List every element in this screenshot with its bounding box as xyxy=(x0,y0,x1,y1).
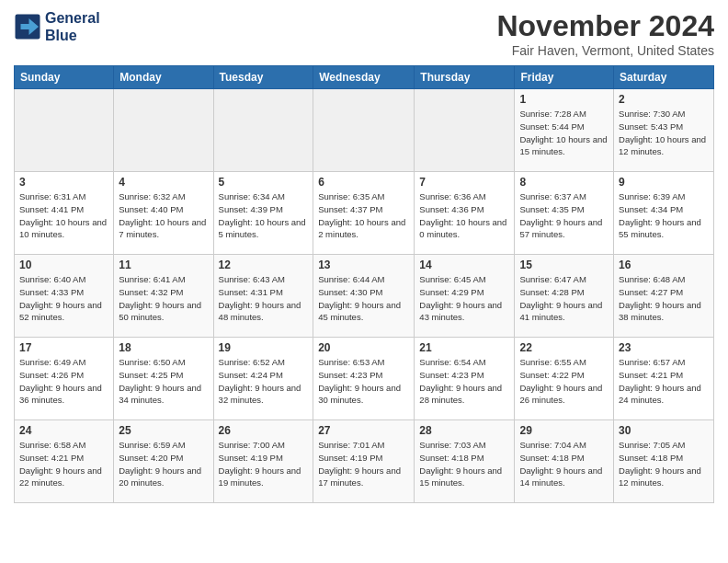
day-number: 13 xyxy=(318,259,409,271)
calendar-cell: 25Sunrise: 6:59 AM Sunset: 4:20 PM Dayli… xyxy=(114,420,213,503)
day-number: 5 xyxy=(219,176,309,189)
day-number: 6 xyxy=(318,176,409,189)
day-info: Sunrise: 6:41 AM Sunset: 4:32 PM Dayligh… xyxy=(119,273,208,324)
day-info: Sunrise: 6:57 AM Sunset: 4:21 PM Dayligh… xyxy=(619,356,709,407)
calendar-cell: 2Sunrise: 7:30 AM Sunset: 5:43 PM Daylig… xyxy=(614,89,714,172)
day-number: 27 xyxy=(318,424,409,437)
calendar-cell: 5Sunrise: 6:34 AM Sunset: 4:39 PM Daylig… xyxy=(213,172,313,255)
day-number: 8 xyxy=(519,176,609,189)
calendar-week-3: 10Sunrise: 6:40 AM Sunset: 4:33 PM Dayli… xyxy=(15,255,714,338)
logo: General Blue xyxy=(14,9,100,44)
calendar-cell: 18Sunrise: 6:50 AM Sunset: 4:25 PM Dayli… xyxy=(114,338,213,420)
day-info: Sunrise: 7:30 AM Sunset: 5:43 PM Dayligh… xyxy=(619,108,709,158)
calendar-cell: 21Sunrise: 6:54 AM Sunset: 4:23 PM Dayli… xyxy=(415,338,515,420)
day-info: Sunrise: 7:05 AM Sunset: 4:18 PM Dayligh… xyxy=(619,439,709,489)
day-number: 1 xyxy=(519,93,609,106)
day-info: Sunrise: 6:35 AM Sunset: 4:37 PM Dayligh… xyxy=(318,190,409,241)
day-number: 16 xyxy=(619,259,709,271)
header: General Blue November 2024 Fair Haven, V… xyxy=(14,9,714,58)
calendar-header: Sunday Monday Tuesday Wednesday Thursday… xyxy=(15,66,714,89)
day-info: Sunrise: 6:40 AM Sunset: 4:33 PM Dayligh… xyxy=(19,273,108,324)
day-number: 19 xyxy=(219,341,309,354)
calendar-cell: 6Sunrise: 6:35 AM Sunset: 4:37 PM Daylig… xyxy=(313,172,415,255)
day-number: 30 xyxy=(619,424,709,437)
calendar-cell xyxy=(114,89,213,172)
day-number: 14 xyxy=(419,259,509,271)
day-number: 23 xyxy=(619,341,709,354)
calendar-cell: 20Sunrise: 6:53 AM Sunset: 4:23 PM Dayli… xyxy=(313,338,415,420)
day-number: 11 xyxy=(119,259,208,271)
day-info: Sunrise: 6:43 AM Sunset: 4:31 PM Dayligh… xyxy=(219,273,309,324)
day-number: 28 xyxy=(419,424,509,437)
calendar-cell: 3Sunrise: 6:31 AM Sunset: 4:41 PM Daylig… xyxy=(15,172,114,255)
col-saturday: Saturday xyxy=(614,66,714,89)
calendar-cell: 15Sunrise: 6:47 AM Sunset: 4:28 PM Dayli… xyxy=(515,255,614,338)
calendar-cell: 8Sunrise: 6:37 AM Sunset: 4:35 PM Daylig… xyxy=(515,172,614,255)
col-monday: Monday xyxy=(114,66,213,89)
col-thursday: Thursday xyxy=(415,66,515,89)
calendar-cell xyxy=(313,89,415,172)
day-number: 7 xyxy=(419,176,509,189)
calendar-week-1: 1Sunrise: 7:28 AM Sunset: 5:44 PM Daylig… xyxy=(15,89,714,172)
calendar-cell: 19Sunrise: 6:52 AM Sunset: 4:24 PM Dayli… xyxy=(213,338,313,420)
day-info: Sunrise: 6:58 AM Sunset: 4:21 PM Dayligh… xyxy=(19,439,108,489)
day-number: 24 xyxy=(19,424,108,437)
logo-text: General Blue xyxy=(45,9,100,44)
day-info: Sunrise: 7:03 AM Sunset: 4:18 PM Dayligh… xyxy=(419,439,509,489)
day-info: Sunrise: 6:48 AM Sunset: 4:27 PM Dayligh… xyxy=(619,273,709,324)
calendar-cell: 28Sunrise: 7:03 AM Sunset: 4:18 PM Dayli… xyxy=(415,420,515,503)
calendar-cell: 11Sunrise: 6:41 AM Sunset: 4:32 PM Dayli… xyxy=(114,255,213,338)
day-number: 9 xyxy=(619,176,709,189)
day-info: Sunrise: 6:31 AM Sunset: 4:41 PM Dayligh… xyxy=(19,190,108,241)
calendar-cell: 23Sunrise: 6:57 AM Sunset: 4:21 PM Dayli… xyxy=(614,338,714,420)
calendar-cell: 10Sunrise: 6:40 AM Sunset: 4:33 PM Dayli… xyxy=(15,255,114,338)
day-info: Sunrise: 7:00 AM Sunset: 4:19 PM Dayligh… xyxy=(219,439,309,489)
calendar-week-5: 24Sunrise: 6:58 AM Sunset: 4:21 PM Dayli… xyxy=(15,420,714,503)
day-number: 26 xyxy=(219,424,309,437)
day-number: 22 xyxy=(519,341,609,354)
day-number: 18 xyxy=(119,341,208,354)
calendar-table: Sunday Monday Tuesday Wednesday Thursday… xyxy=(14,65,714,503)
day-number: 17 xyxy=(19,341,108,354)
day-info: Sunrise: 6:54 AM Sunset: 4:23 PM Dayligh… xyxy=(419,356,509,407)
logo-icon xyxy=(14,13,41,40)
day-info: Sunrise: 6:53 AM Sunset: 4:23 PM Dayligh… xyxy=(318,356,409,407)
day-info: Sunrise: 6:37 AM Sunset: 4:35 PM Dayligh… xyxy=(519,190,609,241)
day-number: 21 xyxy=(419,341,509,354)
page: General Blue November 2024 Fair Haven, V… xyxy=(0,0,728,563)
calendar-cell: 9Sunrise: 6:39 AM Sunset: 4:34 PM Daylig… xyxy=(614,172,714,255)
col-friday: Friday xyxy=(515,66,614,89)
title-section: November 2024 Fair Haven, Vermont, Unite… xyxy=(496,9,714,58)
day-info: Sunrise: 6:49 AM Sunset: 4:26 PM Dayligh… xyxy=(19,356,108,407)
calendar-cell: 29Sunrise: 7:04 AM Sunset: 4:18 PM Dayli… xyxy=(515,420,614,503)
calendar-body: 1Sunrise: 7:28 AM Sunset: 5:44 PM Daylig… xyxy=(15,89,714,503)
day-number: 4 xyxy=(119,176,208,189)
day-number: 20 xyxy=(318,341,409,354)
day-info: Sunrise: 6:32 AM Sunset: 4:40 PM Dayligh… xyxy=(119,190,208,241)
day-info: Sunrise: 7:28 AM Sunset: 5:44 PM Dayligh… xyxy=(519,108,609,158)
calendar-cell: 27Sunrise: 7:01 AM Sunset: 4:19 PM Dayli… xyxy=(313,420,415,503)
calendar-cell: 13Sunrise: 6:44 AM Sunset: 4:30 PM Dayli… xyxy=(313,255,415,338)
calendar-cell: 7Sunrise: 6:36 AM Sunset: 4:36 PM Daylig… xyxy=(415,172,515,255)
calendar-cell xyxy=(415,89,515,172)
day-number: 25 xyxy=(119,424,208,437)
day-number: 15 xyxy=(519,259,609,271)
month-title: November 2024 xyxy=(496,9,714,43)
calendar-cell: 16Sunrise: 6:48 AM Sunset: 4:27 PM Dayli… xyxy=(614,255,714,338)
day-info: Sunrise: 7:04 AM Sunset: 4:18 PM Dayligh… xyxy=(519,439,609,489)
day-number: 3 xyxy=(19,176,108,189)
col-sunday: Sunday xyxy=(15,66,114,89)
calendar-cell: 17Sunrise: 6:49 AM Sunset: 4:26 PM Dayli… xyxy=(15,338,114,420)
calendar-week-2: 3Sunrise: 6:31 AM Sunset: 4:41 PM Daylig… xyxy=(15,172,714,255)
calendar-cell xyxy=(15,89,114,172)
day-info: Sunrise: 6:44 AM Sunset: 4:30 PM Dayligh… xyxy=(318,273,409,324)
day-info: Sunrise: 6:50 AM Sunset: 4:25 PM Dayligh… xyxy=(119,356,208,407)
location: Fair Haven, Vermont, United States xyxy=(496,43,714,58)
calendar-cell: 26Sunrise: 7:00 AM Sunset: 4:19 PM Dayli… xyxy=(213,420,313,503)
day-info: Sunrise: 6:39 AM Sunset: 4:34 PM Dayligh… xyxy=(619,190,709,241)
day-number: 10 xyxy=(19,259,108,271)
day-info: Sunrise: 6:34 AM Sunset: 4:39 PM Dayligh… xyxy=(219,190,309,241)
day-number: 2 xyxy=(619,93,709,106)
day-info: Sunrise: 6:36 AM Sunset: 4:36 PM Dayligh… xyxy=(419,190,509,241)
calendar-cell: 22Sunrise: 6:55 AM Sunset: 4:22 PM Dayli… xyxy=(515,338,614,420)
